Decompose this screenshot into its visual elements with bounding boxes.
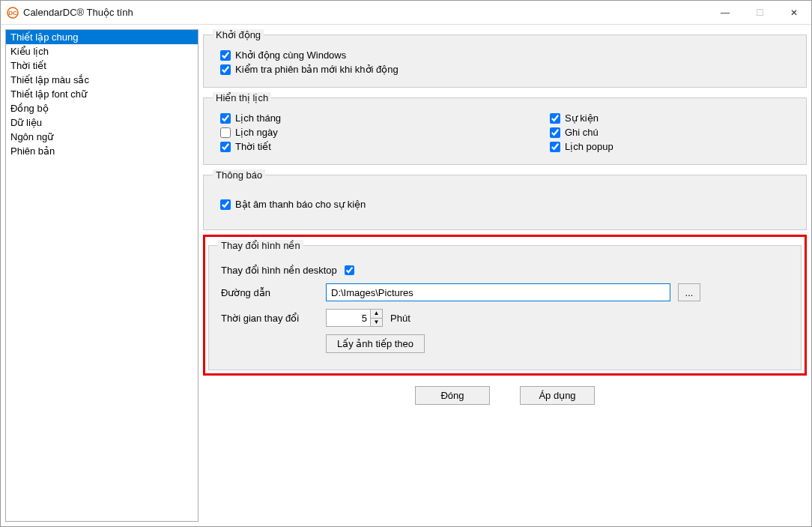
spinner-up-icon[interactable]: ▲: [371, 310, 382, 319]
chk-check-update-box[interactable]: [220, 64, 231, 75]
chk-weather[interactable]: Thời tiết: [220, 141, 535, 152]
chk-day-calendar-box[interactable]: [220, 127, 231, 138]
svg-text:DC: DC: [8, 10, 17, 16]
spinner-down-icon[interactable]: ▼: [371, 319, 382, 327]
chk-sound[interactable]: Bật âm thanh báo cho sự kiện: [220, 199, 797, 210]
group-display-legend: Hiển thị lịch: [213, 92, 271, 103]
chk-notes[interactable]: Ghi chú: [550, 127, 797, 138]
group-startup: Khởi động Khởi động cùng Windows Kiểm tr…: [203, 29, 807, 88]
interval-input[interactable]: [326, 309, 371, 327]
sidebar-item-2[interactable]: Thời tiết: [6, 58, 198, 73]
window-controls: — ☐ ✕: [708, 1, 811, 25]
chk-popup-calendar-label: Lịch popup: [565, 141, 613, 152]
group-startup-legend: Khởi động: [213, 29, 264, 40]
chk-notes-label: Ghi chú: [565, 127, 599, 138]
sidebar-item-5[interactable]: Đồng bộ: [6, 101, 198, 115]
next-image-button[interactable]: Lấy ảnh tiếp theo: [326, 334, 425, 353]
chk-check-update-label: Kiểm tra phiên bản mới khi khởi động: [235, 64, 399, 75]
chk-weather-box[interactable]: [220, 142, 231, 152]
titlebar: DC CalendarDC® Thuộc tính — ☐ ✕: [1, 1, 811, 25]
chk-day-calendar[interactable]: Lịch ngày: [220, 127, 535, 138]
window-title: CalendarDC® Thuộc tính: [23, 7, 133, 18]
chk-sound-label: Bật âm thanh báo cho sự kiện: [235, 199, 366, 210]
group-display: Hiển thị lịch Lịch tháng Lịch ngày Thời …: [203, 92, 807, 165]
chk-events-box[interactable]: [550, 113, 560, 124]
chk-sound-box[interactable]: [220, 199, 231, 210]
chk-events[interactable]: Sự kiện: [550, 112, 797, 124]
interval-spinner[interactable]: ▲ ▼: [326, 309, 383, 327]
chk-start-with-windows-box[interactable]: [220, 50, 231, 61]
path-input[interactable]: [326, 283, 670, 301]
group-wallpaper-legend: Thay đổi hình nền: [218, 240, 303, 251]
close-button[interactable]: ✕: [777, 1, 811, 25]
group-wallpaper: Thay đổi hình nền Thay đổi hình nền desk…: [208, 240, 802, 370]
sidebar-item-0[interactable]: Thiết lập chung: [6, 30, 198, 44]
chk-weather-label: Thời tiết: [235, 141, 271, 152]
chk-events-label: Sự kiện: [565, 112, 599, 124]
chk-month-calendar[interactable]: Lịch tháng: [220, 112, 535, 124]
chk-check-update[interactable]: Kiểm tra phiên bản mới khi khởi động: [220, 64, 797, 75]
minimize-button[interactable]: —: [708, 1, 742, 25]
apply-button[interactable]: Áp dụng: [520, 386, 595, 405]
sidebar-item-7[interactable]: Ngôn ngữ: [6, 130, 198, 144]
group-notify-legend: Thông báo: [213, 169, 265, 181]
browse-button[interactable]: ...: [678, 283, 700, 301]
interval-unit: Phút: [390, 313, 410, 324]
chk-change-wallpaper-box[interactable]: [345, 265, 354, 275]
chk-change-wallpaper-label: Thay đổi hình nền desktop: [221, 265, 337, 276]
maximize-button: ☐: [742, 1, 777, 25]
sidebar-item-1[interactable]: Kiểu lịch: [6, 44, 198, 58]
chk-day-calendar-label: Lịch ngày: [235, 127, 278, 138]
chk-start-with-windows-label: Khởi động cùng Windows: [235, 49, 346, 61]
path-label: Đường dẫn: [221, 287, 318, 298]
close-dialog-button[interactable]: Đóng: [415, 386, 490, 405]
chk-start-with-windows[interactable]: Khởi động cùng Windows: [220, 49, 797, 61]
app-icon: DC: [7, 7, 19, 19]
chk-popup-calendar-box[interactable]: [550, 142, 560, 152]
chk-change-wallpaper[interactable]: Thay đổi hình nền desktop: [221, 265, 792, 276]
chk-month-calendar-box[interactable]: [220, 113, 231, 124]
sidebar: Thiết lập chungKiểu lịchThời tiếtThiết l…: [5, 29, 199, 522]
chk-popup-calendar[interactable]: Lịch popup: [550, 141, 797, 152]
highlight-box: Thay đổi hình nền Thay đổi hình nền desk…: [203, 235, 807, 376]
sidebar-item-8[interactable]: Phiên bản: [6, 144, 198, 158]
chk-notes-box[interactable]: [550, 127, 560, 138]
group-notify: Thông báo Bật âm thanh báo cho sự kiện: [203, 169, 807, 230]
sidebar-item-4[interactable]: Thiết lập font chữ: [6, 87, 198, 101]
sidebar-item-6[interactable]: Dữ liệu: [6, 115, 198, 130]
sidebar-item-3[interactable]: Thiết lập màu sắc: [6, 73, 198, 87]
interval-label: Thời gian thay đổi: [221, 313, 318, 324]
chk-month-calendar-label: Lịch tháng: [235, 112, 281, 124]
